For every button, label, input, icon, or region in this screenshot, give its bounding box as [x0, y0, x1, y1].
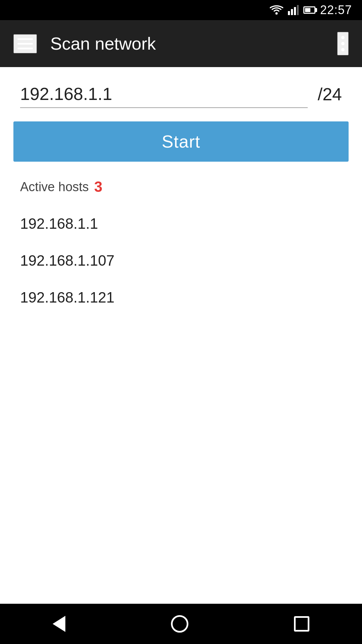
ip-input-row: /24: [13, 80, 349, 108]
home-button[interactable]: [151, 608, 208, 639]
recents-icon: [294, 616, 309, 632]
svg-rect-1: [288, 11, 290, 15]
recents-button[interactable]: [274, 609, 329, 638]
nav-bar: [0, 604, 362, 644]
svg-point-0: [275, 12, 278, 15]
back-icon: [53, 616, 65, 632]
active-hosts-section: Active hosts 3: [13, 178, 349, 195]
status-bar: 22:57: [0, 0, 362, 20]
toolbar: Scan network: [0, 20, 362, 67]
home-icon: [171, 615, 188, 633]
host-item[interactable]: 192.168.1.107: [20, 242, 342, 279]
more-options-button[interactable]: [337, 32, 349, 55]
host-item[interactable]: 192.168.1.121: [20, 279, 342, 316]
page-title: Scan network: [50, 34, 337, 54]
menu-button[interactable]: [13, 34, 37, 53]
svg-rect-4: [297, 5, 299, 15]
ip-address-input[interactable]: [20, 80, 308, 108]
subnet-label: /24: [318, 84, 342, 104]
status-icons: 22:57: [270, 3, 352, 17]
host-item[interactable]: 192.168.1.1: [20, 205, 342, 242]
back-button[interactable]: [33, 609, 85, 639]
wifi-icon: [270, 5, 283, 15]
host-list: 192.168.1.1192.168.1.107192.168.1.121: [13, 205, 349, 316]
start-button[interactable]: Start: [13, 121, 349, 162]
active-hosts-label: Active hosts: [20, 180, 89, 194]
signal-icon: [288, 5, 299, 15]
active-hosts-count: 3: [94, 178, 102, 195]
main-content: /24 Start Active hosts 3 192.168.1.1192.…: [0, 67, 362, 604]
svg-rect-3: [294, 7, 296, 15]
battery-icon: [303, 6, 315, 14]
svg-rect-2: [291, 9, 293, 15]
status-time: 22:57: [320, 3, 352, 17]
